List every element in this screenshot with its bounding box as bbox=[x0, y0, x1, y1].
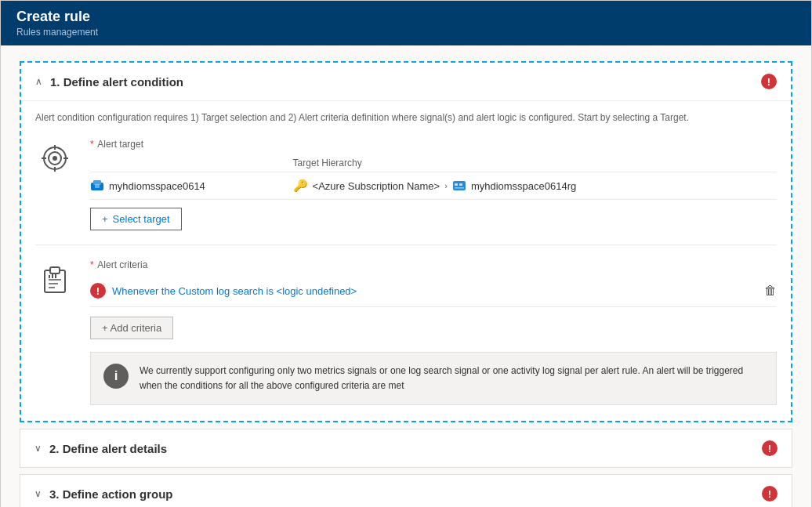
section1-body: Alert condition configuration requires 1… bbox=[21, 100, 791, 421]
col-header-hierarchy: Target Hierarchy bbox=[293, 154, 777, 172]
section2-error-badge: ! bbox=[762, 440, 778, 456]
resource-group-icon bbox=[452, 179, 466, 193]
section1-header-left: ∧ 1. Define alert condition bbox=[35, 75, 183, 89]
target-table: Target Hierarchy bbox=[90, 154, 777, 200]
select-target-label: Select target bbox=[113, 213, 170, 225]
section1-error-badge: ! bbox=[761, 74, 777, 89]
subscription-placeholder: <Azure Subscription Name> bbox=[313, 180, 440, 192]
section3-header[interactable]: ∨ 3. Define action group ! bbox=[20, 475, 792, 507]
info-icon: i bbox=[103, 364, 129, 389]
required-star-target: * bbox=[90, 139, 94, 150]
main-content: ∧ 1. Define alert condition ! Alert cond… bbox=[1, 45, 811, 507]
target-icon-area bbox=[35, 139, 74, 175]
info-box: i We currently support configuring only … bbox=[90, 352, 777, 405]
section2-header-left: ∨ 2. Define alert details bbox=[34, 442, 167, 455]
hierarchy-cell: 🔑 <Azure Subscription Name> › bbox=[293, 172, 777, 200]
page-subtitle: Rules management bbox=[16, 27, 796, 38]
info-box-text: We currently support configuring only tw… bbox=[140, 364, 763, 393]
target-content: * Alert target Target Hierarchy bbox=[90, 139, 777, 230]
select-target-button[interactable]: + Select target bbox=[90, 208, 182, 230]
alert-target-label: * Alert target bbox=[90, 139, 777, 150]
svg-rect-13 bbox=[455, 187, 464, 189]
add-criteria-label: + Add criteria bbox=[102, 322, 161, 334]
section-divider bbox=[35, 244, 777, 245]
criteria-error-badge: ! bbox=[90, 283, 106, 299]
criteria-content: * Alert criteria ! Whenever the Custom l… bbox=[90, 259, 777, 405]
svg-rect-21 bbox=[55, 274, 56, 278]
criteria-link[interactable]: Whenever the Custom log search is <logic… bbox=[112, 285, 357, 297]
resource-group-name: myhdiomsspace0614rg bbox=[471, 180, 576, 192]
section-define-alert-details: ∨ 2. Define alert details ! bbox=[20, 429, 792, 468]
namespace-icon bbox=[90, 179, 104, 193]
target-name-cell: myhdiomsspace0614 bbox=[90, 172, 293, 200]
alert-criteria-label: * Alert criteria bbox=[90, 259, 777, 270]
svg-rect-12 bbox=[459, 183, 462, 186]
svg-rect-9 bbox=[95, 184, 100, 188]
section1-description: Alert condition configuration requires 1… bbox=[35, 110, 777, 125]
section1-title: 1. Define alert condition bbox=[50, 75, 183, 89]
alert-target-row: * Alert target Target Hierarchy bbox=[35, 139, 777, 230]
table-row: myhdiomsspace0614 🔑 <Azure Subscription … bbox=[90, 172, 777, 200]
svg-point-2 bbox=[53, 156, 57, 161]
select-target-plus: + bbox=[102, 213, 108, 225]
section2-chevron: ∨ bbox=[34, 443, 42, 454]
criteria-item: ! Whenever the Custom log search is <log… bbox=[90, 275, 777, 307]
target-crosshair-icon bbox=[38, 142, 71, 175]
target-name: myhdiomsspace0614 bbox=[109, 180, 205, 192]
section3-title: 3. Define action group bbox=[49, 487, 173, 501]
svg-rect-19 bbox=[49, 275, 50, 278]
add-criteria-button[interactable]: + Add criteria bbox=[90, 317, 173, 339]
svg-rect-15 bbox=[50, 267, 60, 273]
section-define-alert-condition: ∧ 1. Define alert condition ! Alert cond… bbox=[20, 61, 792, 422]
section3-error-badge: ! bbox=[762, 486, 778, 502]
subscription-icon: 🔑 bbox=[293, 179, 308, 193]
section2-header[interactable]: ∨ 2. Define alert details ! bbox=[20, 429, 792, 467]
criteria-icon-area bbox=[35, 259, 74, 295]
hierarchy-arrow: › bbox=[444, 181, 448, 190]
criteria-clipboard-icon bbox=[38, 263, 71, 295]
delete-criteria-icon[interactable]: 🗑 bbox=[764, 284, 777, 298]
alert-criteria-row: * Alert criteria ! Whenever the Custom l… bbox=[35, 259, 777, 405]
svg-rect-11 bbox=[455, 183, 458, 186]
required-star-criteria: * bbox=[90, 259, 94, 270]
section1-chevron: ∧ bbox=[35, 76, 42, 87]
page-title: Create rule bbox=[16, 9, 796, 25]
page-header: Create rule Rules management bbox=[1, 1, 811, 45]
section2-title: 2. Define alert details bbox=[49, 442, 167, 455]
svg-rect-10 bbox=[453, 181, 466, 190]
col-header-blank bbox=[90, 154, 293, 172]
section3-header-left: ∨ 3. Define action group bbox=[34, 487, 173, 501]
section-define-action-group: ∨ 3. Define action group ! bbox=[20, 474, 792, 507]
section1-header[interactable]: ∧ 1. Define alert condition ! bbox=[21, 63, 791, 100]
svg-rect-20 bbox=[52, 273, 53, 278]
section3-chevron: ∨ bbox=[34, 488, 42, 499]
